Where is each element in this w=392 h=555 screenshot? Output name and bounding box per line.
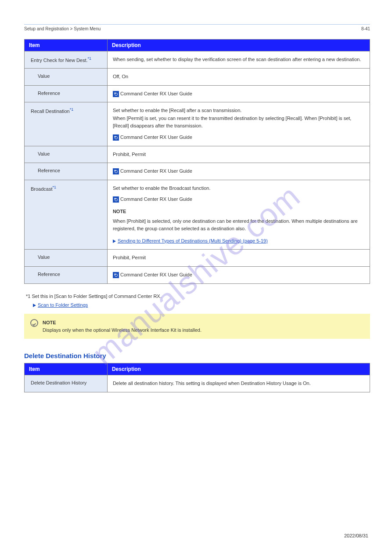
row-desc: When sending, set whether to display the…: [107, 51, 370, 69]
sub-label: Reference: [25, 85, 108, 102]
arrow-right-icon: [113, 239, 116, 243]
row-label: Recall Destination*1: [25, 102, 108, 146]
sub-value: Prohibit, Permit: [107, 146, 370, 163]
check-circle-icon: [30, 319, 38, 327]
row-desc: Set whether to enable the [Recall] after…: [107, 102, 370, 146]
settings-table-1: Item Description Entry Check for New Des…: [24, 39, 370, 284]
row-label: Entry Check for New Dest.*1: [25, 51, 108, 69]
sub-label: Reference: [25, 163, 108, 180]
page-number: 8-41: [361, 26, 370, 31]
footnote-link-row: Scan to Folder Settings: [33, 302, 368, 308]
arrow-right-icon: [33, 304, 36, 307]
book-icon: [113, 134, 119, 141]
sub-value: Prohibit, Permit: [107, 250, 370, 267]
th-item: Item: [25, 363, 108, 375]
footer-date: 2022/08/31: [24, 533, 370, 538]
book-icon: [113, 272, 119, 278]
book-icon: [113, 91, 119, 97]
breadcrumb: Setup and Registration > System Menu: [24, 26, 101, 31]
note-box: NOTE Displays only when the optional Wir…: [24, 314, 370, 339]
row-desc: Set whether to enable the Broadcast func…: [107, 180, 370, 250]
sub-label: Value: [25, 250, 108, 267]
sub-value: Command Center RX User Guide: [107, 85, 370, 102]
xref-link[interactable]: Sending to Different Types of Destinatio…: [118, 238, 268, 243]
sub-value: Command Center RX User Guide: [107, 266, 370, 283]
sub-label: Value: [25, 146, 108, 163]
row-label: Delete Destination History: [25, 375, 108, 392]
sub-label: Reference: [25, 266, 108, 283]
row-desc: Delete all destination history. This set…: [107, 375, 370, 392]
page-header: Setup and Registration > System Menu 8-4…: [24, 26, 370, 31]
sub-value: Command Center RX User Guide: [107, 163, 370, 180]
sub-value: Off, On: [107, 69, 370, 86]
footnote: *1 Set this in [Scan to Folder Settings]…: [26, 293, 368, 300]
book-icon: [113, 168, 119, 174]
th-desc: Description: [107, 40, 370, 51]
xref-link[interactable]: Scan to Folder Settings: [38, 302, 88, 308]
section-heading: Delete Destination History: [24, 352, 370, 359]
book-icon: [113, 196, 119, 203]
row-label: Broadcast*1: [25, 180, 108, 250]
sub-label: Value: [25, 69, 108, 86]
th-item: Item: [25, 40, 108, 51]
settings-table-2: Item Description Delete Destination Hist…: [24, 363, 370, 392]
th-desc: Description: [107, 363, 370, 375]
